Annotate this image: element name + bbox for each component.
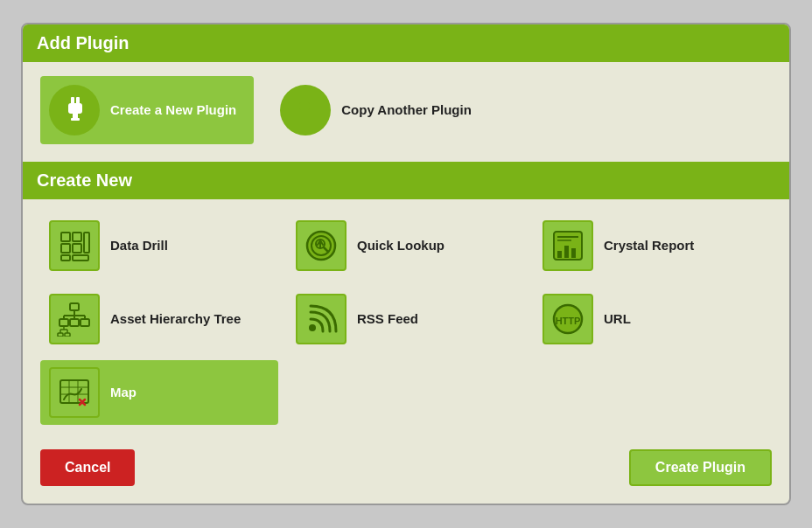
url-icon: HTTP <box>542 294 593 344</box>
rss-feed-label: RSS Feed <box>357 310 418 328</box>
create-new-plugin-icon <box>49 85 100 135</box>
add-plugin-title: Add Plugin <box>37 33 130 52</box>
svg-rect-18 <box>73 233 81 241</box>
copy-another-plugin-label: Copy Another Plugin <box>341 101 472 119</box>
svg-rect-48 <box>65 333 70 337</box>
svg-rect-34 <box>70 303 79 310</box>
url-label: URL <box>604 310 631 328</box>
svg-rect-22 <box>84 233 89 253</box>
quick-lookup-icon <box>296 220 346 271</box>
quick-lookup-item[interactable]: Quick Lookup <box>287 213 525 278</box>
quick-lookup-label: Quick Lookup <box>357 237 444 254</box>
data-drill-label: Data Drill <box>110 237 168 254</box>
svg-rect-40 <box>60 319 68 326</box>
add-plugin-header: Add Plugin <box>23 24 789 62</box>
svg-rect-42 <box>80 319 89 326</box>
svg-rect-33 <box>571 248 576 258</box>
svg-rect-4 <box>71 118 80 121</box>
map-label: Map <box>110 384 136 401</box>
copy-another-plugin-icon <box>280 85 331 135</box>
svg-rect-20 <box>61 255 70 261</box>
asset-hierarchy-tree-label: Asset Hierarchy Tree <box>110 310 241 328</box>
svg-rect-16 <box>61 233 70 241</box>
svg-rect-19 <box>73 244 81 253</box>
svg-rect-3 <box>73 114 78 118</box>
dialog-footer: Cancel Create Plugin <box>23 442 789 490</box>
svg-rect-1 <box>76 97 80 104</box>
create-new-plugin-option[interactable]: Create a New Plugin <box>40 76 254 144</box>
data-drill-icon <box>49 220 100 271</box>
data-drill-item[interactable]: Data Drill <box>40 213 278 278</box>
svg-rect-2 <box>68 103 82 114</box>
svg-rect-17 <box>61 244 70 253</box>
url-item[interactable]: HTTP URL <box>534 287 772 351</box>
svg-point-49 <box>309 324 316 331</box>
svg-rect-15 <box>303 110 306 114</box>
map-item[interactable]: Map <box>40 360 278 425</box>
svg-rect-21 <box>73 255 88 261</box>
rss-feed-item[interactable]: RSS Feed <box>287 287 525 351</box>
crystal-report-icon <box>542 220 593 271</box>
svg-rect-9 <box>292 114 294 117</box>
svg-rect-41 <box>70 319 79 326</box>
cancel-button[interactable]: Cancel <box>40 449 135 486</box>
asset-hierarchy-tree-icon <box>49 294 100 344</box>
svg-rect-0 <box>71 97 74 104</box>
svg-rect-31 <box>557 251 562 258</box>
asset-hierarchy-tree-item[interactable]: Asset Hierarchy Tree <box>40 287 278 351</box>
svg-rect-8 <box>291 110 295 114</box>
create-new-plugin-label: Create a New Plugin <box>110 101 236 119</box>
create-new-header: Create New <box>23 162 789 199</box>
svg-rect-14 <box>299 102 310 110</box>
svg-rect-7 <box>288 102 298 110</box>
crystal-report-item[interactable]: Crystal Report <box>534 213 772 278</box>
svg-text:HTTP: HTTP <box>556 316 581 326</box>
svg-rect-47 <box>58 333 63 337</box>
add-plugin-options: Create a New Plugin <box>23 62 789 162</box>
rss-feed-icon <box>296 294 346 344</box>
add-plugin-dialog: Add Plugin Create a New Plugin <box>21 23 791 505</box>
copy-another-plugin-option[interactable]: Copy Another Plugin <box>271 76 489 144</box>
map-icon <box>49 367 100 418</box>
create-plugin-button[interactable]: Create Plugin <box>629 449 772 486</box>
crystal-report-label: Crystal Report <box>604 237 694 254</box>
create-new-grid: Data Drill Quick Lookup <box>23 199 789 442</box>
svg-rect-32 <box>564 246 569 258</box>
create-new-title: Create New <box>37 170 132 190</box>
